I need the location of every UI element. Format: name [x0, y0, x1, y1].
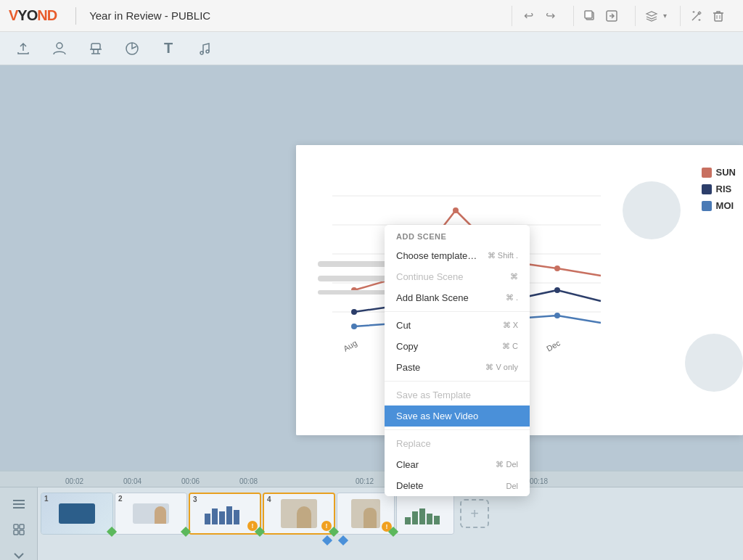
legend-moi: MOI [702, 200, 736, 211]
svg-rect-42 [226, 506, 232, 524]
diamond-5 [388, 527, 398, 537]
menu-clear[interactable]: Clear ⌘ Del [385, 454, 530, 475]
menu-paste[interactable]: Paste ⌘ V only [385, 357, 530, 378]
ruler-00-12: 00:12 [356, 477, 374, 485]
clip-3-number: 3 [193, 495, 197, 503]
svg-point-17 [351, 309, 357, 315]
svg-rect-47 [427, 514, 432, 524]
undo-button[interactable]: ↩ [518, 6, 538, 26]
menu-cut-shortcut: ⌘ X [503, 321, 518, 330]
layers-button[interactable] [641, 6, 662, 26]
ruler-00-18: 00:18 [530, 477, 548, 485]
blue-diamond-1 [322, 535, 332, 545]
layers-chevron[interactable]: ▾ [663, 12, 667, 20]
add-scene-button[interactable]: + [460, 499, 489, 528]
menu-paste-label: Paste [396, 362, 420, 373]
copy-scene-button[interactable] [580, 6, 600, 26]
clip-6-chart [403, 503, 447, 524]
legend-sun: SUN [702, 167, 736, 178]
menu-delete[interactable]: Delete Del [385, 475, 530, 496]
tool-controls [680, 6, 734, 26]
svg-rect-3 [715, 13, 722, 21]
svg-text:Aug: Aug [342, 339, 358, 353]
top-bar: VYOND Year in Review - PUBLIC ↩ ↪ [0, 0, 743, 32]
menu-delete-shortcut: Del [506, 482, 518, 490]
legend-ris: RIS [702, 184, 736, 194]
clip-6-thumb [397, 493, 453, 534]
history-controls: ↩ ↪ [512, 6, 566, 26]
svg-rect-35 [14, 524, 18, 529]
blue-diamond-markers [41, 535, 347, 545]
svg-point-22 [351, 324, 357, 329]
timeline-tracks: 1 2 [38, 487, 743, 560]
redo-button[interactable]: ↪ [540, 6, 560, 26]
share-button[interactable] [602, 6, 622, 26]
svg-rect-5 [91, 44, 100, 49]
text-button[interactable]: T [157, 37, 180, 60]
menu-delete-label: Delete [396, 480, 424, 491]
clip-6[interactable] [396, 493, 454, 535]
menu-cut[interactable]: Cut ⌘ X [385, 315, 530, 336]
trash-button[interactable] [708, 6, 728, 26]
toolbar: T [0, 32, 743, 65]
legend-dot-ris [702, 184, 712, 194]
chair-button[interactable] [84, 37, 107, 60]
svg-point-26 [554, 313, 560, 318]
timeline-ruler: 00:02 00:04 00:06 00:08 00:12 00:14 00:1… [0, 472, 743, 487]
chart-button[interactable] [120, 37, 144, 60]
menu-paste-shortcut: ⌘ V only [485, 363, 518, 372]
svg-point-4 [57, 43, 62, 49]
timeline-menu-icon[interactable] [13, 499, 25, 511]
context-menu: ADD SCENE Choose template… ⌘ Shift . Con… [385, 225, 530, 496]
svg-rect-45 [412, 511, 418, 524]
svg-text:Dec: Dec [545, 338, 562, 353]
svg-rect-36 [20, 524, 24, 529]
menu-copy-label: Copy [396, 341, 418, 352]
clip-5-person [364, 508, 377, 528]
clip-2-image [133, 503, 169, 524]
clip-1-image [59, 503, 95, 524]
clip-4-person [297, 506, 311, 528]
menu-continue-scene: Continue Scene ⌘ [385, 266, 530, 287]
timeline-grid-icon[interactable] [13, 524, 25, 538]
ruler-00-04: 00:04 [123, 477, 141, 485]
menu-save-new-video[interactable]: Save as New Video [385, 405, 530, 427]
project-title: Year in Review - PUBLIC [89, 9, 504, 22]
menu-continue-scene-label: Continue Scene [396, 271, 464, 282]
menu-divider-3 [385, 429, 530, 430]
svg-rect-37 [14, 530, 18, 535]
menu-copy[interactable]: Copy ⌘ C [385, 336, 530, 357]
menu-add-blank-shortcut: ⌘ . [506, 293, 518, 302]
ruler-00-02: 00:02 [65, 477, 83, 485]
deco-circle-2 [685, 334, 743, 392]
magic-wand-button[interactable] [686, 6, 707, 26]
svg-rect-48 [434, 516, 440, 524]
menu-choose-template-label: Choose template… [396, 250, 477, 261]
legend-label-ris: RIS [716, 184, 732, 194]
svg-point-16 [554, 265, 560, 271]
menu-clear-shortcut: ⌘ Del [496, 460, 518, 469]
menu-cut-label: Cut [396, 320, 411, 331]
upload-button[interactable] [12, 37, 35, 60]
clip-5-image [351, 499, 380, 528]
menu-add-blank-scene[interactable]: Add Blank Scene ⌘ . [385, 287, 530, 308]
logo-divider [75, 7, 76, 25]
menu-choose-template[interactable]: Choose template… ⌘ Shift . [385, 245, 530, 266]
clip-1-number: 1 [44, 495, 49, 503]
context-menu-header: ADD SCENE [385, 225, 530, 245]
person-button[interactable] [48, 37, 71, 60]
menu-save-template: Save as Template [385, 384, 530, 405]
timeline: 00:02 00:04 00:06 00:08 00:12 00:14 00:1… [0, 470, 743, 560]
clip-2-number: 2 [118, 495, 123, 503]
menu-add-blank-label: Add Blank Scene [396, 292, 469, 303]
svg-rect-39 [205, 514, 210, 524]
menu-replace-label: Replace [396, 438, 431, 449]
menu-save-new-video-label: Save as New Video [396, 411, 478, 421]
timeline-collapse-icon[interactable] [14, 550, 24, 560]
ruler-00-08: 00:08 [239, 477, 258, 485]
canvas-area: Aug Sep Oct Nov Dec SUN RIS MOI [0, 65, 743, 470]
layer-controls: ▾ [635, 6, 673, 26]
svg-rect-43 [234, 510, 239, 524]
music-button[interactable] [193, 37, 216, 60]
menu-clear-label: Clear [396, 459, 419, 470]
